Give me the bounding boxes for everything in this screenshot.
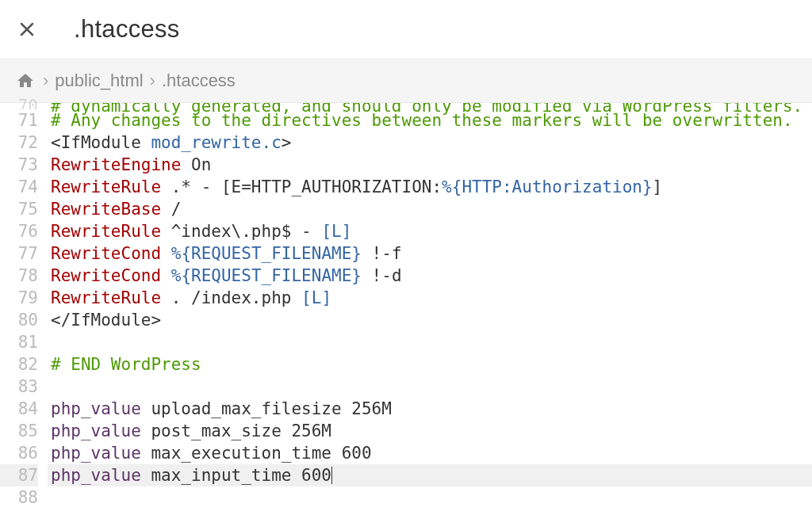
line-number: 85 bbox=[0, 420, 38, 442]
line-number: 76 bbox=[0, 220, 38, 242]
line-number: 87 bbox=[0, 464, 38, 486]
line-number: 81 bbox=[0, 331, 38, 353]
code-line[interactable]: RewriteRule .* - [E=HTTP_AUTHORIZATION:%… bbox=[48, 176, 812, 198]
line-number: 86 bbox=[0, 442, 38, 464]
line-number-gutter: 70717273747576777879808182838485868788 bbox=[0, 103, 48, 530]
code-line[interactable]: # dynamically generated, and should only… bbox=[48, 103, 812, 109]
line-number: 74 bbox=[0, 176, 38, 198]
code-line[interactable]: RewriteRule . /index.php [L] bbox=[48, 287, 812, 309]
code-line[interactable]: php_value post_max_size 256M bbox=[48, 420, 812, 442]
code-editor[interactable]: 70717273747576777879808182838485868788 #… bbox=[0, 103, 812, 530]
code-line[interactable]: RewriteCond %{REQUEST_FILENAME} !-f bbox=[48, 242, 812, 265]
line-number: 71 bbox=[0, 109, 38, 132]
line-number: 82 bbox=[0, 353, 38, 376]
filename-title: .htaccess bbox=[74, 15, 180, 44]
code-line[interactable]: php_value upload_max_filesize 256M bbox=[48, 398, 812, 420]
close-icon[interactable] bbox=[16, 18, 38, 40]
code-line[interactable]: # Any changes to the directives between … bbox=[48, 109, 812, 132]
code-line[interactable]: <IfModule mod_rewrite.c> bbox=[48, 132, 812, 154]
code-line[interactable]: RewriteBase / bbox=[48, 198, 812, 220]
breadcrumb-item[interactable]: .htaccess bbox=[162, 71, 236, 91]
code-line[interactable]: php_value max_execution_time 600 bbox=[48, 442, 812, 464]
text-cursor bbox=[331, 467, 332, 484]
editor-header: .htaccess bbox=[0, 0, 812, 59]
line-number: 73 bbox=[0, 154, 38, 176]
code-content[interactable]: # dynamically generated, and should only… bbox=[48, 103, 812, 530]
breadcrumb: › public_html › .htaccess bbox=[0, 59, 812, 103]
line-number: 83 bbox=[0, 376, 38, 398]
line-number: 84 bbox=[0, 398, 38, 420]
line-number: 79 bbox=[0, 287, 38, 309]
code-line[interactable] bbox=[48, 376, 812, 398]
chevron-right-icon: › bbox=[43, 71, 48, 91]
breadcrumb-item[interactable]: public_html bbox=[55, 71, 143, 91]
line-number: 88 bbox=[0, 486, 38, 509]
code-line[interactable]: RewriteCond %{REQUEST_FILENAME} !-d bbox=[48, 265, 812, 287]
code-line[interactable] bbox=[48, 331, 812, 353]
line-number: 75 bbox=[0, 198, 38, 220]
code-line[interactable]: RewriteEngine On bbox=[48, 154, 812, 176]
code-line[interactable]: </IfModule> bbox=[48, 309, 812, 331]
line-number: 70 bbox=[0, 95, 38, 109]
line-number: 72 bbox=[0, 132, 38, 154]
line-number: 78 bbox=[0, 265, 38, 287]
home-icon[interactable] bbox=[16, 71, 35, 90]
line-number: 80 bbox=[0, 309, 38, 331]
chevron-right-icon: › bbox=[150, 71, 155, 91]
line-number: 77 bbox=[0, 242, 38, 265]
code-line[interactable]: # END WordPress bbox=[48, 353, 812, 376]
code-line[interactable]: php_value max_input_time 600 bbox=[48, 464, 812, 486]
code-line[interactable] bbox=[48, 486, 812, 509]
code-line[interactable]: RewriteRule ^index\.php$ - [L] bbox=[48, 220, 812, 242]
